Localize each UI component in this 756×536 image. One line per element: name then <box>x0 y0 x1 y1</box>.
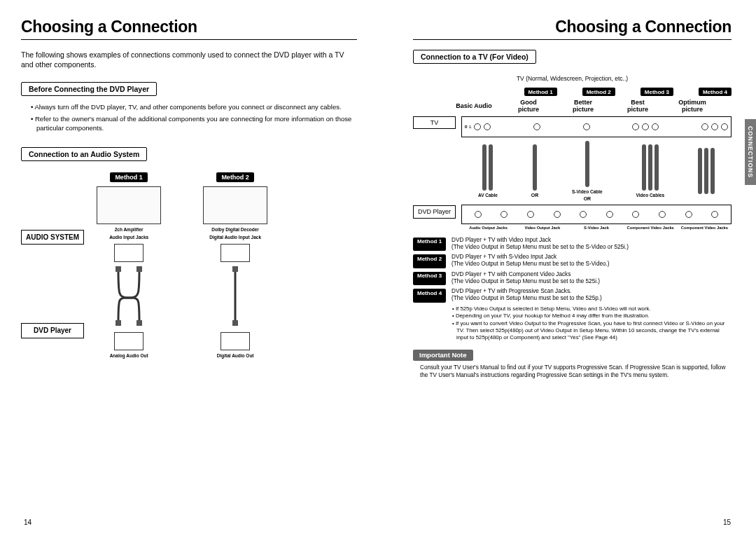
svg-rect-0 <box>115 266 121 272</box>
label-svideo-cable: S-Video Cable <box>572 189 603 194</box>
caption-dolby: Dolby Digital Decoder <box>211 227 259 232</box>
label-audio-system-text: AUDIO SYSTEM <box>26 233 79 241</box>
jack-labels-row: Audio Output Jacks Video Output Jack S-V… <box>461 226 732 230</box>
label-dvd-text: DVD Player <box>418 208 451 215</box>
tv-ports-box: R L <box>461 116 732 137</box>
method-tag-3: Method 3 <box>640 88 673 96</box>
jack-label-component-2: Component Video Jacks <box>678 226 732 230</box>
svg-rect-2 <box>115 320 121 326</box>
note-3: If you want to convert Video Output to t… <box>452 320 732 341</box>
caption-digital-in: Digital Audio Input Jack <box>209 235 261 240</box>
label-tv: TV <box>413 116 456 129</box>
page-title-right: Choosing a Connection <box>413 18 732 36</box>
page-15: CONNECTIONS Choosing a Connection Connec… <box>378 0 756 536</box>
label-or-2: OR <box>584 196 592 201</box>
dvd-ports-box <box>461 205 732 224</box>
label-dvd-player-text: DVD Player <box>34 327 71 334</box>
method-desc-3: Method 3 DVD Player + TV with Component … <box>413 271 732 286</box>
audio-columns: Method 1 2ch Amplifier Audio Input Jacks <box>97 172 357 358</box>
col-basic-audio: Basic Audio <box>447 99 501 114</box>
extra-notes: If 525p Video Output is selected in Setu… <box>452 305 732 341</box>
video-diagram: TV DVD Player R L AV Cable OR S-Vid <box>413 116 732 230</box>
note-2: Depending on your TV, your hookup for Me… <box>452 312 732 319</box>
label-dvd-player: DVD Player <box>21 323 84 338</box>
method-desc-4: Method 4 DVD Player + TV with Progressiv… <box>413 288 732 303</box>
method-tag-4: Method 4 <box>699 88 732 96</box>
mdesc-tag-4: Method 4 <box>413 289 446 303</box>
intro-text: The following shows examples of connecti… <box>21 50 357 69</box>
caption-digital-out: Digital Audio Out <box>217 353 254 358</box>
jack-label-audio: Audio Output Jacks <box>461 226 515 230</box>
col-best: Bestpicture <box>610 99 665 114</box>
svg-rect-6 <box>232 320 238 326</box>
caption-analog-out: Analog Audio Out <box>110 353 148 358</box>
important-note-text: Consult your TV User's Manual to find ou… <box>420 364 732 379</box>
digital-input-jack-box <box>220 244 250 262</box>
caption-audio-in: Audio Input Jacks <box>109 235 148 240</box>
label-video-cables: Video Cables <box>636 193 665 198</box>
amplifier-illustration <box>97 186 161 224</box>
jack-label-component-1: Component Video Jacks <box>624 226 678 230</box>
analog-cable-illustration <box>101 265 157 328</box>
bullet-1: Always turn off the DVD player, TV, and … <box>31 103 357 112</box>
analog-out-jack-box <box>114 332 144 350</box>
method-tag-1: Method 1 <box>524 88 557 96</box>
video-side-labels: TV DVD Player <box>413 116 456 230</box>
note-1: If 525p Video Output is selected in Setu… <box>452 305 732 312</box>
page-14: Choosing a Connection The following show… <box>0 0 378 536</box>
col-optimum: Optimumpicture <box>665 99 720 114</box>
svg-rect-5 <box>232 266 238 272</box>
divider <box>21 39 357 40</box>
important-note-label: Important Note <box>413 350 473 361</box>
video-diagram-main: R L AV Cable OR S-Video CableOR Video Ca… <box>461 116 732 230</box>
col-good: Goodpicture <box>501 99 556 114</box>
tv-type-caption: TV (Normal, Widescreen, Projection, etc.… <box>413 75 732 82</box>
col-better: Betterpicture <box>556 99 610 114</box>
label-or-1: OR <box>531 193 539 198</box>
page-title-left: Choosing a Connection <box>21 18 357 36</box>
audio-col-2: Method 2 Dolby Digital Decoder Digital A… <box>203 172 267 358</box>
method-tags-row: Method 1 Method 2 Method 3 Method 4 <box>497 88 732 96</box>
label-dvd: DVD Player <box>413 205 456 218</box>
method-desc-1: Method 1 DVD Player + TV with Video Inpu… <box>413 237 732 252</box>
svg-rect-1 <box>136 266 142 272</box>
digital-out-jack-box <box>220 332 250 350</box>
mdesc-tag-1: Method 1 <box>413 238 446 252</box>
heading-video-connection: Connection to a TV (For Video) <box>413 50 536 64</box>
page-number-14: 14 <box>24 518 31 526</box>
mdesc-tag-2: Method 2 <box>413 254 446 268</box>
section-tab-connections: CONNECTIONS <box>745 119 756 185</box>
method-tag-2: Method 2 <box>582 88 615 96</box>
cables-area: AV Cable OR S-Video CableOR Video Cables <box>461 137 732 205</box>
quality-row: Basic Audio Goodpicture Betterpicture Be… <box>447 99 732 114</box>
digital-cable-illustration <box>207 265 263 328</box>
jack-label-svideo: S-Video Jack <box>569 226 623 230</box>
bullet-2: Refer to the owner's manual of the addit… <box>31 115 357 133</box>
label-audio-system: AUDIO SYSTEM <box>21 230 84 245</box>
before-bullets: Always turn off the DVD player, TV, and … <box>31 103 357 132</box>
mdesc-tag-3: Method 3 <box>413 272 446 286</box>
audio-diagram: AUDIO SYSTEM DVD Player Method 1 2ch Amp… <box>21 172 357 358</box>
jack-label-video: Video Output Jack <box>515 226 569 230</box>
page-number-15: 15 <box>723 518 731 526</box>
heading-audio-system: Connection to an Audio System <box>21 147 147 161</box>
method-1-tag: Method 1 <box>110 172 148 182</box>
method-desc-2: Method 2 DVD Player + TV with S-Video In… <box>413 254 732 268</box>
decoder-illustration <box>203 186 267 224</box>
side-labels: AUDIO SYSTEM DVD Player <box>21 172 84 358</box>
divider <box>413 39 732 40</box>
svg-rect-3 <box>136 320 142 326</box>
method-2-tag: Method 2 <box>216 172 254 182</box>
audio-input-jack-box <box>114 244 144 262</box>
heading-before-connecting: Before Connecting the DVD Player <box>21 82 157 96</box>
audio-col-1: Method 1 2ch Amplifier Audio Input Jacks <box>97 172 161 358</box>
label-av-cable: AV Cable <box>478 193 498 198</box>
caption-2ch: 2ch Amplifier <box>115 227 144 232</box>
